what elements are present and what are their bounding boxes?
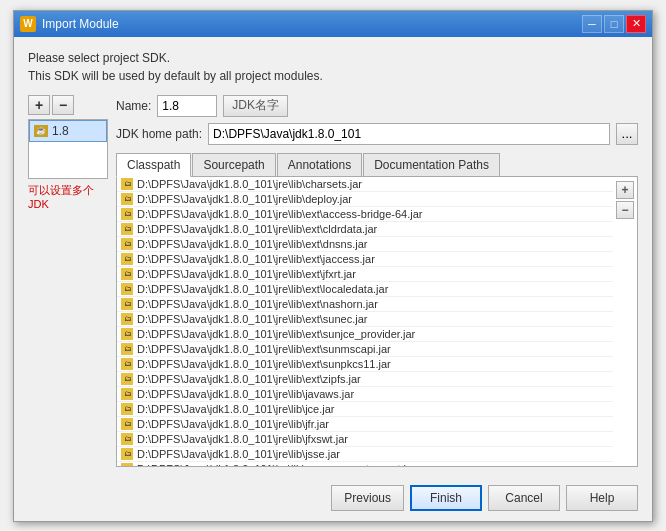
jar-icon: 🗂 bbox=[121, 403, 133, 415]
classpath-item-path: D:\DPFS\Java\jdk1.8.0_101\jre\lib\charse… bbox=[137, 178, 362, 190]
name-row: Name: JDK名字 bbox=[116, 95, 638, 117]
tab-documentation-paths[interactable]: Documentation Paths bbox=[363, 153, 500, 176]
classpath-item[interactable]: 🗂D:\DPFS\Java\jdk1.8.0_101\jre\lib\ext\s… bbox=[117, 357, 613, 372]
classpath-item[interactable]: 🗂D:\DPFS\Java\jdk1.8.0_101\jre\lib\jce.j… bbox=[117, 402, 613, 417]
classpath-item-path: D:\DPFS\Java\jdk1.8.0_101\jre\lib\ext\su… bbox=[137, 313, 368, 325]
jar-icon: 🗂 bbox=[121, 358, 133, 370]
jar-icon: 🗂 bbox=[121, 418, 133, 430]
content-area: Please select project SDK. This SDK will… bbox=[14, 37, 652, 477]
remove-jdk-button[interactable]: − bbox=[52, 95, 74, 115]
classpath-item[interactable]: 🗂D:\DPFS\Java\jdk1.8.0_101\jre\lib\ext\c… bbox=[117, 222, 613, 237]
tab-annotations[interactable]: Annotations bbox=[277, 153, 362, 176]
jar-icon: 🗂 bbox=[121, 463, 133, 466]
classpath-item-path: D:\DPFS\Java\jdk1.8.0_101\jre\lib\jsse.j… bbox=[137, 448, 340, 460]
jar-icon: 🗂 bbox=[121, 193, 133, 205]
window-icon: W bbox=[20, 16, 36, 32]
classpath-item-path: D:\DPFS\Java\jdk1.8.0_101\jre\lib\ext\ja… bbox=[137, 253, 375, 265]
browse-button[interactable]: ... bbox=[616, 123, 638, 145]
cancel-button[interactable]: Cancel bbox=[488, 485, 560, 511]
titlebar-controls: ─ □ ✕ bbox=[582, 15, 646, 33]
name-input[interactable] bbox=[157, 95, 217, 117]
maximize-button[interactable]: □ bbox=[604, 15, 624, 33]
classpath-item[interactable]: 🗂D:\DPFS\Java\jdk1.8.0_101\jre\lib\jfxsw… bbox=[117, 432, 613, 447]
home-path-label: JDK home path: bbox=[116, 127, 202, 141]
previous-button[interactable]: Previous bbox=[331, 485, 404, 511]
titlebar: W Import Module ─ □ ✕ bbox=[14, 11, 652, 37]
left-panel: + − ☕ 1.8 可以设置多个JDK bbox=[28, 95, 108, 467]
jar-icon: 🗂 bbox=[121, 313, 133, 325]
classpath-item[interactable]: 🗂D:\DPFS\Java\jdk1.8.0_101\jre\lib\ext\z… bbox=[117, 372, 613, 387]
jdk-item-icon: ☕ bbox=[34, 125, 48, 137]
main-area: + − ☕ 1.8 可以设置多个JDK Name: JDK名字 bbox=[28, 95, 638, 467]
classpath-item[interactable]: 🗂D:\DPFS\Java\jdk1.8.0_101\jre\lib\ext\j… bbox=[117, 252, 613, 267]
right-panel: Name: JDK名字 JDK home path: ... Classpath… bbox=[116, 95, 638, 467]
finish-button[interactable]: Finish bbox=[410, 485, 482, 511]
import-module-window: W Import Module ─ □ ✕ Please select proj… bbox=[13, 10, 653, 522]
jar-icon: 🗂 bbox=[121, 298, 133, 310]
remove-classpath-button[interactable]: − bbox=[616, 201, 634, 219]
classpath-item-path: D:\DPFS\Java\jdk1.8.0_101\jre\lib\deploy… bbox=[137, 193, 352, 205]
home-path-input[interactable] bbox=[208, 123, 610, 145]
classpath-item-path: D:\DPFS\Java\jdk1.8.0_101\jre\lib\jfxswt… bbox=[137, 433, 348, 445]
name-label: Name: bbox=[116, 99, 151, 113]
classpath-area: 🗂D:\DPFS\Java\jdk1.8.0_101\jre\lib\chars… bbox=[116, 177, 638, 467]
classpath-item-path: D:\DPFS\Java\jdk1.8.0_101\jre\lib\manage… bbox=[137, 463, 416, 466]
jar-icon: 🗂 bbox=[121, 178, 133, 190]
jar-icon: 🗂 bbox=[121, 268, 133, 280]
jar-icon: 🗂 bbox=[121, 433, 133, 445]
classpath-item-path: D:\DPFS\Java\jdk1.8.0_101\jre\lib\ext\su… bbox=[137, 358, 391, 370]
description-line2: This SDK will be used by default by all … bbox=[28, 67, 638, 85]
tab-classpath[interactable]: Classpath bbox=[116, 153, 191, 177]
jar-icon: 🗂 bbox=[121, 343, 133, 355]
classpath-item-path: D:\DPFS\Java\jdk1.8.0_101\jre\lib\javaws… bbox=[137, 388, 354, 400]
jar-icon: 🗂 bbox=[121, 373, 133, 385]
jar-icon: 🗂 bbox=[121, 283, 133, 295]
classpath-item[interactable]: 🗂D:\DPFS\Java\jdk1.8.0_101\jre\lib\ext\s… bbox=[117, 312, 613, 327]
description-line1: Please select project SDK. bbox=[28, 49, 638, 67]
classpath-item[interactable]: 🗂D:\DPFS\Java\jdk1.8.0_101\jre\lib\deplo… bbox=[117, 192, 613, 207]
description: Please select project SDK. This SDK will… bbox=[28, 49, 638, 85]
classpath-item-path: D:\DPFS\Java\jdk1.8.0_101\jre\lib\ext\lo… bbox=[137, 283, 388, 295]
jar-icon: 🗂 bbox=[121, 448, 133, 460]
jar-icon: 🗂 bbox=[121, 328, 133, 340]
jdk-list: ☕ 1.8 bbox=[28, 119, 108, 179]
classpath-item-path: D:\DPFS\Java\jdk1.8.0_101\jre\lib\ext\cl… bbox=[137, 223, 377, 235]
classpath-item-path: D:\DPFS\Java\jdk1.8.0_101\jre\lib\ext\dn… bbox=[137, 238, 368, 250]
classpath-item[interactable]: 🗂D:\DPFS\Java\jdk1.8.0_101\jre\lib\javaw… bbox=[117, 387, 613, 402]
classpath-item-path: D:\DPFS\Java\jdk1.8.0_101\jre\lib\ext\jf… bbox=[137, 268, 356, 280]
classpath-item[interactable]: 🗂D:\DPFS\Java\jdk1.8.0_101\jre\lib\jsse.… bbox=[117, 447, 613, 462]
classpath-list: 🗂D:\DPFS\Java\jdk1.8.0_101\jre\lib\chars… bbox=[117, 177, 613, 466]
help-button[interactable]: Help bbox=[566, 485, 638, 511]
window-title: Import Module bbox=[42, 17, 119, 31]
jdk-name-button[interactable]: JDK名字 bbox=[223, 95, 288, 117]
classpath-item[interactable]: 🗂D:\DPFS\Java\jdk1.8.0_101\jre\lib\ext\l… bbox=[117, 282, 613, 297]
jar-icon: 🗂 bbox=[121, 208, 133, 220]
home-path-row: JDK home path: ... bbox=[116, 123, 638, 145]
add-jdk-button[interactable]: + bbox=[28, 95, 50, 115]
minimize-button[interactable]: ─ bbox=[582, 15, 602, 33]
classpath-item[interactable]: 🗂D:\DPFS\Java\jdk1.8.0_101\jre\lib\ext\s… bbox=[117, 342, 613, 357]
classpath-item-path: D:\DPFS\Java\jdk1.8.0_101\jre\lib\ext\na… bbox=[137, 298, 378, 310]
jar-icon: 🗂 bbox=[121, 253, 133, 265]
classpath-item[interactable]: 🗂D:\DPFS\Java\jdk1.8.0_101\jre\lib\ext\d… bbox=[117, 237, 613, 252]
classpath-item-path: D:\DPFS\Java\jdk1.8.0_101\jre\lib\jce.ja… bbox=[137, 403, 334, 415]
classpath-item[interactable]: 🗂D:\DPFS\Java\jdk1.8.0_101\jre\lib\ext\j… bbox=[117, 267, 613, 282]
footer: Previous Finish Cancel Help bbox=[14, 477, 652, 521]
classpath-item-path: D:\DPFS\Java\jdk1.8.0_101\jre\lib\ext\su… bbox=[137, 343, 391, 355]
tabs: Classpath Sourcepath Annotations Documen… bbox=[116, 153, 638, 177]
classpath-item[interactable]: 🗂D:\DPFS\Java\jdk1.8.0_101\jre\lib\manag… bbox=[117, 462, 613, 466]
classpath-item[interactable]: 🗂D:\DPFS\Java\jdk1.8.0_101\jre\lib\chars… bbox=[117, 177, 613, 192]
classpath-item[interactable]: 🗂D:\DPFS\Java\jdk1.8.0_101\jre\lib\ext\s… bbox=[117, 327, 613, 342]
classpath-item[interactable]: 🗂D:\DPFS\Java\jdk1.8.0_101\jre\lib\ext\n… bbox=[117, 297, 613, 312]
classpath-item-path: D:\DPFS\Java\jdk1.8.0_101\jre\lib\ext\zi… bbox=[137, 373, 361, 385]
titlebar-left: W Import Module bbox=[20, 16, 119, 32]
tab-sourcepath[interactable]: Sourcepath bbox=[192, 153, 275, 176]
classpath-item[interactable]: 🗂D:\DPFS\Java\jdk1.8.0_101\jre\lib\jfr.j… bbox=[117, 417, 613, 432]
multi-jdk-hint[interactable]: 可以设置多个JDK bbox=[28, 183, 108, 210]
jdk-item[interactable]: ☕ 1.8 bbox=[29, 120, 107, 142]
add-classpath-button[interactable]: + bbox=[616, 181, 634, 199]
classpath-item[interactable]: 🗂D:\DPFS\Java\jdk1.8.0_101\jre\lib\ext\a… bbox=[117, 207, 613, 222]
jar-icon: 🗂 bbox=[121, 223, 133, 235]
classpath-item-path: D:\DPFS\Java\jdk1.8.0_101\jre\lib\ext\su… bbox=[137, 328, 415, 340]
close-button[interactable]: ✕ bbox=[626, 15, 646, 33]
